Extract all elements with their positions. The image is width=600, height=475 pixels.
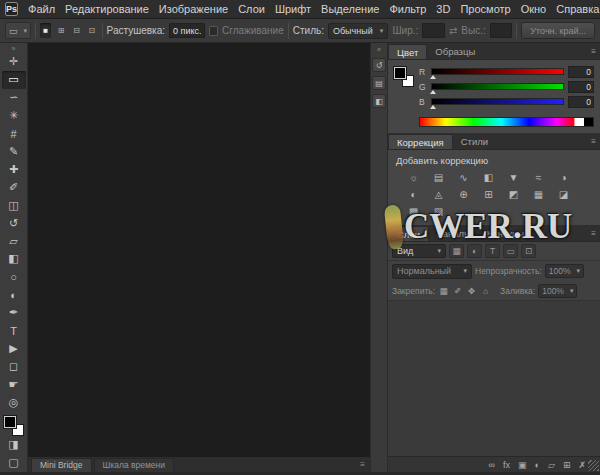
dodge-tool[interactable]: ◐ (2, 286, 26, 304)
style-dropdown[interactable]: Обычный ▾ (328, 23, 388, 39)
tab-channels[interactable]: Каналы (429, 226, 479, 241)
add-layer-mask-icon[interactable]: ▣ (518, 457, 527, 473)
hand-tool[interactable]: ☛ (2, 375, 26, 393)
collapsed-history-panel-button[interactable]: ↺ (372, 58, 386, 72)
shape-tool[interactable]: ◻ (2, 357, 26, 375)
tab-styles[interactable]: Стили (453, 134, 496, 149)
blur-tool[interactable]: ○ (2, 268, 26, 286)
clone-stamp-tool[interactable]: ◫ (2, 196, 26, 214)
quick-mask-button[interactable]: ◨ (2, 436, 26, 454)
type-tool[interactable]: T (2, 322, 26, 340)
blend-mode-dropdown[interactable]: Нормальный ▾ (392, 264, 472, 279)
magic-wand-tool[interactable]: ✳ (2, 107, 26, 125)
adjustment-gradient-map-icon[interactable]: ▩ (406, 205, 421, 218)
swap-dimensions-icon[interactable]: ⇄ (449, 25, 457, 36)
feather-input[interactable]: 0 пикс. (169, 23, 205, 38)
green-slider[interactable] (431, 83, 564, 90)
antialias-checkbox[interactable] (209, 26, 218, 36)
menu-window[interactable]: Окно (516, 0, 552, 19)
tab-swatches[interactable]: Образцы (427, 44, 483, 59)
menu-view[interactable]: Просмотр (455, 0, 515, 19)
blue-value-field[interactable]: 0 (568, 96, 594, 108)
green-value-field[interactable]: 0 (568, 81, 594, 93)
adjustment-vibrance-icon[interactable]: ▼ (506, 171, 521, 184)
gradient-tool[interactable]: ◧ (2, 250, 26, 268)
adjustment-levels-icon[interactable]: ▤ (431, 171, 446, 184)
filter-pixel-layers-icon[interactable]: ▦ (449, 244, 464, 258)
fill-field[interactable]: 100% ▾ (538, 284, 577, 298)
menu-select[interactable]: Выделение (316, 0, 384, 19)
adjustment-invert-icon[interactable]: ◩ (506, 188, 521, 201)
crop-tool[interactable]: # (2, 125, 26, 143)
canvas-workspace[interactable] (28, 43, 370, 457)
panel-menu-icon[interactable]: ≡ (360, 460, 365, 469)
filter-smart-objects-icon[interactable]: ⊡ (521, 244, 536, 258)
red-slider[interactable] (431, 68, 564, 75)
adjustment-channel-mixer-icon[interactable]: ⊕ (456, 188, 471, 201)
foreground-color-swatch[interactable] (394, 67, 406, 79)
adjustment-black-white-icon[interactable]: ◐ (406, 188, 421, 201)
tab-paths[interactable]: Контуры (479, 226, 532, 241)
new-selection-mode-button[interactable]: ■ (40, 23, 51, 38)
layer-filter-type-dropdown[interactable]: Вид ▾ (392, 244, 446, 258)
tab-mini-bridge[interactable]: Mini Bridge (31, 458, 92, 472)
adjustment-posterize-icon[interactable]: ▦ (531, 188, 546, 201)
menu-type[interactable]: Шрифт (270, 0, 316, 19)
rectangular-marquee-tool[interactable]: ▭ (2, 71, 26, 89)
tab-adjustments[interactable]: Коррекция (388, 134, 453, 149)
history-brush-tool[interactable]: ↺ (2, 214, 26, 232)
new-layer-icon[interactable]: ⊞ (563, 457, 571, 473)
add-to-selection-mode-button[interactable]: ⊞ (55, 23, 66, 38)
delete-layer-icon[interactable]: ✗ (578, 457, 586, 473)
adjustment-color-lookup-icon[interactable]: ⊞ (481, 188, 496, 201)
adjustment-photo-filter-icon[interactable]: ◬ (431, 188, 446, 201)
filter-type-layers-icon[interactable]: T (485, 244, 500, 258)
healing-brush-tool[interactable]: ✚ (2, 160, 26, 178)
foreground-background-swatches[interactable] (4, 416, 24, 436)
adjustment-exposure-icon[interactable]: ◧ (481, 171, 496, 184)
link-layers-icon[interactable]: ∞ (489, 457, 495, 473)
adjustment-brightness-contrast-icon[interactable]: ☼ (406, 171, 421, 184)
color-panel-swatches[interactable] (394, 67, 414, 87)
foreground-color-swatch[interactable] (4, 416, 16, 428)
adjustment-color-balance-icon[interactable]: ◑ (556, 171, 571, 184)
tab-layers[interactable]: Слои (388, 226, 429, 241)
layer-style-fx-icon[interactable]: fx (503, 457, 510, 473)
brush-tool[interactable]: ✐ (2, 178, 26, 196)
collapsed-info-panel-button[interactable]: ◧ (372, 94, 386, 108)
path-selection-tool[interactable]: ▶ (2, 340, 26, 358)
lock-pixels-icon[interactable]: ✐ (452, 286, 463, 296)
collapsed-properties-panel-button[interactable]: ▤ (372, 76, 386, 90)
adjustment-curves-icon[interactable]: ∿ (456, 171, 471, 184)
blue-slider[interactable] (431, 98, 564, 105)
subtract-selection-mode-button[interactable]: ⊟ (71, 23, 82, 38)
adjustment-selective-color-icon[interactable]: ▨ (431, 205, 446, 218)
expand-panels-icon[interactable]: « (377, 46, 381, 54)
menu-filter[interactable]: Фильтр (384, 0, 431, 19)
slider-knob[interactable] (430, 90, 436, 94)
color-spectrum-ramp[interactable] (419, 117, 594, 127)
menu-file[interactable]: Файл (23, 0, 60, 19)
intersect-selection-mode-button[interactable]: ⊡ (86, 23, 97, 38)
panel-menu-icon[interactable]: ≡ (591, 47, 596, 56)
lock-transparency-icon[interactable]: ▦ (438, 286, 449, 296)
adjustment-threshold-icon[interactable]: ◪ (556, 188, 571, 201)
adjustment-hue-saturation-icon[interactable]: ≈ (531, 171, 546, 184)
lock-all-icon[interactable]: ⌂ (480, 286, 491, 296)
lock-position-icon[interactable]: ✥ (466, 286, 477, 296)
collapse-toolbar-icon[interactable]: » (12, 44, 16, 53)
menu-edit[interactable]: Редактирование (60, 0, 154, 19)
eyedropper-tool[interactable]: ✎ (2, 143, 26, 161)
tab-color[interactable]: Цвет (388, 44, 427, 59)
refine-edge-button[interactable]: Уточн. край... (521, 22, 595, 39)
move-tool[interactable]: ✛ (2, 53, 26, 71)
width-input[interactable] (422, 23, 445, 38)
panel-menu-icon[interactable]: ≡ (591, 137, 596, 146)
red-value-field[interactable]: 0 (568, 66, 594, 78)
menu-3d[interactable]: 3D (431, 0, 455, 19)
screen-mode-button[interactable]: ▢ (2, 454, 26, 472)
filter-shape-layers-icon[interactable]: ▭ (503, 244, 518, 258)
slider-knob[interactable] (430, 75, 436, 79)
pen-tool[interactable]: ✒ (2, 304, 26, 322)
height-input[interactable] (490, 23, 513, 38)
